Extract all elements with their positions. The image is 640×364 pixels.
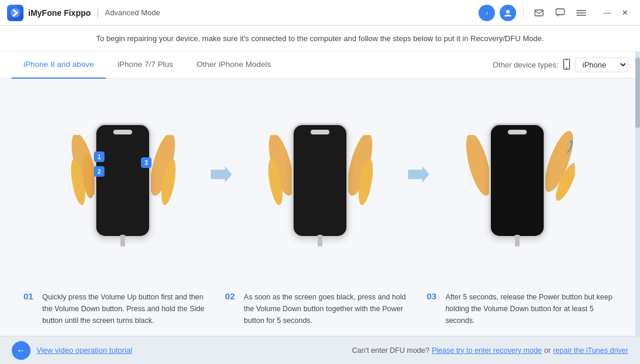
device-type-select[interactable]: iPhone iPad iPod [575,58,628,72]
titlebar-icons: ♪ [479,5,633,21]
minimize-button[interactable]: — [599,5,615,21]
scrollbar-track[interactable] [635,52,640,336]
phone-body-1: 1 2 3 [90,123,155,252]
recovery-mode-link[interactable]: Please try to enter recovery mode [432,346,542,355]
phone-body-2 [288,123,352,252]
steps-area: 1 2 3 [0,79,640,336]
svg-point-4 [506,10,510,14]
step-text-3: After 5 seconds, release the Power butto… [446,291,617,326]
tab-iphone8[interactable]: iPhone 8 and above [12,52,106,79]
phone-step-2 [238,117,402,258]
music-icon[interactable]: ♪ [479,5,495,21]
svg-point-0 [11,8,20,18]
svg-rect-5 [535,10,543,16]
app-logo [7,5,23,21]
phone-step-1: 1 2 3 [41,117,205,258]
itunes-driver-link[interactable]: repair the iTunes driver [553,346,628,355]
step-text-1: Quickly press the Volume Up button first… [42,291,213,326]
phone-illustration-2 [267,117,373,258]
other-devices-label: Other device types: [493,60,558,69]
instruction-text: To begin repairing your device, make sur… [96,34,544,43]
other-devices-selector: Other device types: iPhone iPad iPod [493,58,628,72]
mail-icon[interactable] [531,5,547,21]
phones-row: 1 2 3 [0,79,640,291]
step-descriptions: 01 Quickly press the Volume Up button fi… [0,291,640,336]
footer: ← View video operation tutorial Can't en… [0,336,640,364]
tabs-bar: iPhone 8 and above iPhone 7/7 Plus Other… [0,52,640,79]
tab-other[interactable]: Other iPhone Models [185,52,283,79]
step-desc-1: 01 Quickly press the Volume Up button fi… [18,291,219,326]
close-button[interactable]: ✕ [617,5,633,21]
phone-step-3 [435,117,599,258]
dfu-text: Can't enter DFU mode? [352,346,430,355]
user-icon[interactable] [500,5,516,21]
app-mode: Advanced Mode [105,8,160,17]
scrollbar-thumb[interactable] [635,58,640,128]
svg-rect-6 [556,9,564,15]
menu-icon[interactable] [573,5,590,21]
or-text: or [544,346,551,355]
phone-icon [562,59,571,72]
step-num-2: 02 [225,291,239,301]
phone-body-3 [485,123,550,252]
instruction-bar: To begin repairing your device, make sur… [0,26,640,52]
titlebar-divider [523,7,524,19]
svg-marker-18 [211,166,232,183]
phone-illustration-3 [464,117,570,258]
video-tutorial-link[interactable]: View video operation tutorial [36,346,132,355]
window-controls: — ✕ [599,5,633,21]
title-separator: | [97,8,99,18]
footer-left: ← View video operation tutorial [12,341,132,360]
vol-up-badge: 1 [94,151,105,162]
tab-iphone7[interactable]: iPhone 7/7 Plus [106,52,185,79]
footer-right: Can't enter DFU mode? Please try to ente… [352,346,628,355]
vol-down-badge: 2 [94,166,105,177]
app-name: iMyFone Fixppo [28,8,91,18]
arrow-2 [408,166,429,187]
step-desc-3: 03 After 5 seconds, release the Power bu… [421,291,622,326]
svg-text:♪: ♪ [486,10,489,16]
svg-point-11 [566,67,567,68]
back-icon: ← [16,345,26,356]
step-num-3: 03 [427,291,441,301]
svg-marker-23 [408,166,429,183]
main-content: To begin repairing your device, make sur… [0,26,640,364]
step-num-1: 01 [23,291,38,301]
step-text-2: As soon as the screen goes black, press … [244,291,415,326]
phone-illustration-1: 1 2 3 [70,117,176,258]
titlebar: iMyFone Fixppo | Advanced Mode ♪ [0,0,640,26]
step-desc-2: 02 As soon as the screen goes black, pre… [219,291,420,326]
back-button[interactable]: ← [12,341,31,360]
chat-icon[interactable] [552,5,568,21]
arrow-1 [211,166,232,187]
side-badge: 3 [141,157,151,168]
